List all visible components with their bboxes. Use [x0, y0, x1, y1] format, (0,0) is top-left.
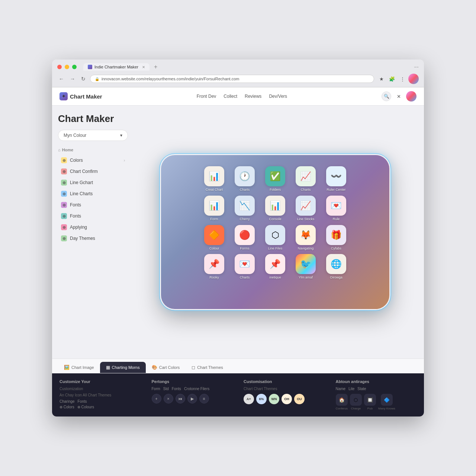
app-icon-form[interactable]: 📊 Form: [202, 196, 227, 221]
rooky-label: Rooky: [209, 276, 219, 280]
sidebar-label-fonts1: Fonts: [70, 202, 81, 208]
colour-dropdown[interactable]: Myn Colour ▾: [58, 130, 128, 141]
theme-bubble-ou[interactable]: OU: [294, 394, 305, 404]
nav-link-reviews[interactable]: Reviews: [245, 94, 261, 99]
refresh-button[interactable]: ↻: [80, 75, 87, 83]
rule-icon: 💌: [326, 196, 346, 216]
charts3-label: Charts: [240, 276, 250, 280]
pertongs-col: Pertongs Form Std Fonts Crotonne Filers …: [152, 379, 233, 411]
customize-option-colors: ⊕ Colors: [60, 405, 74, 409]
navigating-icon: 🦊: [296, 225, 316, 245]
profile-button[interactable]: [408, 74, 419, 84]
about-icons-row: 🏠 Conferus ⬡ Charge 🔲 Pub 🔷: [336, 394, 417, 410]
pertongs-menu-button[interactable]: ≡: [199, 394, 209, 403]
minimize-window-button[interactable]: [65, 65, 69, 69]
pertongs-close-button[interactable]: ×: [164, 394, 173, 403]
tab-charting-morns[interactable]: ▦ Charting Morns: [100, 362, 146, 373]
nav-link-devvers[interactable]: Dev/Vers: [269, 94, 287, 99]
app-icon-console[interactable]: 📊 Console: [263, 196, 288, 221]
close-tab-button[interactable]: ✕: [142, 65, 145, 69]
sidebar-item-line-gchart[interactable]: ⊕ Line Gchart: [58, 177, 128, 188]
app-icon-cyfabs[interactable]: 🎁 Cyfabs: [324, 225, 349, 251]
theme-bubble-a+[interactable]: A+: [244, 394, 254, 404]
about-many-knows[interactable]: 🔷 Many Knows: [378, 394, 395, 410]
charts1-label: Charts: [240, 188, 250, 192]
app-icon-colour[interactable]: 🔶 Colour: [202, 225, 227, 251]
customize-option-charinge[interactable]: Charinge: [60, 399, 75, 403]
theme-bubble-wn[interactable]: WN: [269, 394, 279, 404]
url-text: innovacon.website.com/relayyourthemes.co…: [102, 77, 239, 81]
about-conferus[interactable]: 🏠 Conferus: [336, 394, 348, 410]
browser-window: Indie Chartmaker Maker ✕ + −− ← → ↻ 🔒 in…: [52, 60, 424, 416]
pertongs-play-button[interactable]: ▶: [187, 394, 197, 403]
nav-link-frontdev[interactable]: Front Dev: [197, 94, 216, 99]
app-icon-oirowga[interactable]: 🌐 Oirowga: [324, 254, 349, 280]
app-icon-creat-chart[interactable]: 📊 Creat Chart: [202, 166, 227, 192]
tab-cart-colors[interactable]: 🎨 Cart Colors: [146, 362, 186, 373]
pertongs-prev-button[interactable]: ⏮: [176, 394, 185, 403]
tab-favicon: [88, 65, 92, 69]
cart-colors-tab-label: Cart Colors: [159, 365, 180, 370]
about-pub[interactable]: 🔲 Pub: [364, 394, 376, 410]
about-charge[interactable]: ⬡ Charge: [350, 394, 362, 410]
app-icon-cherry[interactable]: 📉 Cherry: [232, 196, 257, 221]
conferus-icon: 🏠: [336, 394, 348, 406]
app-icon-rule[interactable]: 💌 Rule: [324, 196, 349, 221]
hero-area: 📊 Creat Chart 🕐 Charts ✅ Folders 📈: [134, 106, 424, 358]
cherry-label: Cherry: [239, 217, 250, 221]
line-stocks-label: Line Stocks: [297, 217, 315, 221]
nav-link-collect[interactable]: Collect: [223, 94, 237, 99]
sidebar-item-colors[interactable]: ⊕ Colors ›: [58, 155, 128, 165]
close-window-button[interactable]: [57, 65, 62, 69]
sidebar-item-fonts1[interactable]: ⊕ Fonts: [58, 200, 128, 210]
cyfabs-label: Cyfabs: [331, 247, 341, 251]
app-icon-navigating[interactable]: 🦊 Navigating: [293, 225, 318, 251]
nav-close-button[interactable]: ✕: [394, 92, 403, 101]
search-button[interactable]: 🔍: [382, 91, 391, 101]
pertongs-add-button[interactable]: +: [152, 394, 161, 403]
address-bar[interactable]: 🔒 innovacon.website.com/relayyourthemes.…: [90, 75, 374, 83]
customize-option-fonts[interactable]: Fonts: [78, 399, 87, 403]
app-icon-charts3[interactable]: 💌 Charts: [232, 254, 257, 280]
app-icon-forms[interactable]: 🔴 Forms: [232, 225, 257, 251]
fonts1-icon: ⊕: [61, 202, 67, 208]
line-charts-icon: ⊕: [61, 191, 67, 197]
customize-options-row: Charinge Fonts: [60, 399, 141, 403]
maximize-window-button[interactable]: [72, 65, 77, 69]
more-button[interactable]: ⋮: [398, 74, 407, 83]
sidebar-item-fonts2[interactable]: ⊕ Fonts: [58, 211, 128, 221]
sidebar-label-chart-confirm: Chart Confirm: [70, 169, 98, 174]
extension-button[interactable]: 🧩: [387, 74, 396, 83]
user-avatar[interactable]: [406, 91, 416, 102]
charts2-icon: 📈: [296, 166, 316, 186]
app-icon-ruler-center[interactable]: 〰️ Ruler Center: [324, 166, 349, 192]
tab-chart-image[interactable]: 🖼️ Chart Image: [58, 362, 100, 373]
sidebar-item-day-themes[interactable]: ⊕ Day Themes: [58, 233, 128, 244]
line-gchart-icon: ⊕: [61, 180, 67, 186]
app-icon-line-files[interactable]: ⬡ Line Files: [263, 225, 288, 251]
address-bar-row: ← → ↻ 🔒 innovacon.website.com/relayyourt…: [57, 74, 419, 84]
forward-button[interactable]: →: [68, 75, 77, 83]
logo-text: Chart Maker: [70, 93, 102, 100]
app-icon-folders[interactable]: ✅ Folders: [263, 166, 288, 192]
sidebar-item-chart-confirm[interactable]: ⊕ Chart Confirm: [58, 166, 128, 177]
app-icon-rooky[interactable]: 📌 Rooky: [202, 254, 227, 280]
app-icon-charts2[interactable]: 📈 Charts: [293, 166, 318, 192]
app-icon-inetique[interactable]: 📌 inetique: [263, 254, 288, 280]
back-button[interactable]: ←: [57, 75, 65, 83]
app-row-1: 📊 Creat Chart 🕐 Charts ✅ Folders 📈: [172, 166, 378, 192]
app-icon-charts1[interactable]: 🕐 Charts: [232, 166, 257, 192]
dropdown-label: Myn Colour: [64, 133, 86, 138]
theme-bubble-oh[interactable]: OH: [282, 394, 292, 404]
window-controls: −−: [414, 65, 419, 69]
sidebar-item-applying[interactable]: ⊕ Applying: [58, 222, 128, 232]
app-icon-line-stocks[interactable]: 📈 Line Stocks: [293, 196, 318, 221]
chevron-down-icon: ▾: [120, 133, 122, 138]
browser-tab[interactable]: Indie Chartmaker Maker ✕: [83, 63, 149, 71]
tab-chart-themes[interactable]: ◻ Chart Themes: [186, 362, 229, 373]
sidebar-item-line-charts[interactable]: ⊕ Line Charts: [58, 189, 128, 199]
theme-bubble-6pct[interactable]: 6%: [256, 394, 267, 404]
new-tab-button[interactable]: +: [154, 64, 157, 70]
app-icon-ylm-amaf[interactable]: 🐦 Ylm amaf: [293, 254, 318, 280]
bookmark-button[interactable]: ★: [377, 74, 386, 83]
